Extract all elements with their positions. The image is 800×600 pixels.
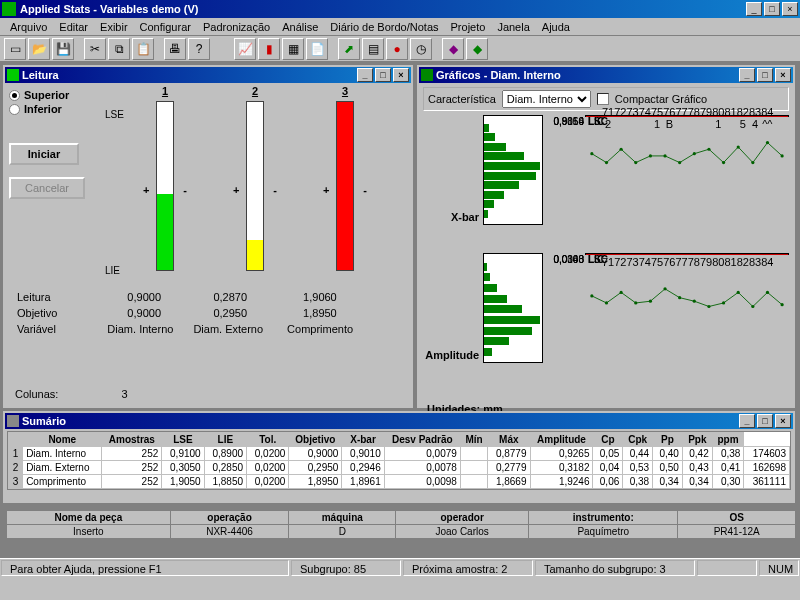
- cut-icon[interactable]: ✂: [84, 38, 106, 60]
- info-value: Inserto: [7, 525, 171, 539]
- menu-exibir[interactable]: Exibir: [94, 21, 134, 33]
- cell: 252: [102, 461, 162, 475]
- tool1-icon[interactable]: ◆: [442, 38, 464, 60]
- minimize-button[interactable]: _: [746, 2, 762, 16]
- paste-icon[interactable]: 📋: [132, 38, 154, 60]
- col-header[interactable]: Desv Padrão: [384, 433, 460, 447]
- svg-point-11: [751, 161, 754, 164]
- svg-point-9: [722, 161, 725, 164]
- graficos-close-button[interactable]: ×: [775, 68, 791, 82]
- cell: 0,3182: [530, 461, 593, 475]
- cell: 0,2950: [289, 461, 342, 475]
- svg-point-0: [590, 152, 593, 155]
- open-icon[interactable]: 📂: [28, 38, 50, 60]
- maximize-button[interactable]: □: [764, 2, 780, 16]
- svg-point-4: [649, 154, 652, 157]
- graficos-title: Gráficos - Diam. Interno: [436, 69, 737, 81]
- cell: 0,44: [623, 447, 653, 461]
- graficos-titlebar[interactable]: Gráficos - Diam. Interno _ □ ×: [419, 67, 793, 83]
- compactar-checkbox[interactable]: [597, 93, 609, 105]
- menu-diario[interactable]: Diário de Bordo/Notas: [324, 21, 444, 33]
- menu-padronizacao[interactable]: Padronização: [197, 21, 276, 33]
- help-icon[interactable]: ?: [188, 38, 210, 60]
- cell: 0,3050: [162, 461, 204, 475]
- save-icon[interactable]: 💾: [52, 38, 74, 60]
- table-row[interactable]: 3Comprimento2521,90501,88500,02001,89501…: [9, 475, 790, 489]
- leitura-max-button[interactable]: □: [375, 68, 391, 82]
- status-subgrupo: Subgrupo: 85: [291, 560, 401, 576]
- graficos-max-button[interactable]: □: [757, 68, 773, 82]
- copy-icon[interactable]: ⧉: [108, 38, 130, 60]
- status-bar: Para obter Ajuda, pressione F1 Subgrupo:…: [0, 558, 800, 577]
- sumario-min-button[interactable]: _: [739, 414, 755, 428]
- table-row[interactable]: 2Diam. Externo2520,30500,28500,02000,295…: [9, 461, 790, 475]
- notes-icon[interactable]: 📄: [306, 38, 328, 60]
- col-header[interactable]: Cpk: [623, 433, 653, 447]
- leitura-min-button[interactable]: _: [357, 68, 373, 82]
- col-header[interactable]: Amplitude: [530, 433, 593, 447]
- histogram: [483, 253, 543, 363]
- tool2-icon[interactable]: ◆: [466, 38, 488, 60]
- grid-icon[interactable]: ▦: [282, 38, 304, 60]
- cell: 0,41: [712, 461, 744, 475]
- col-header[interactable]: Mín: [460, 433, 487, 447]
- col-header[interactable]: Amostras: [102, 433, 162, 447]
- cell: 361111: [744, 475, 790, 489]
- col-header[interactable]: Cp: [593, 433, 623, 447]
- new-icon[interactable]: ▭: [4, 38, 26, 60]
- menu-analise[interactable]: Análise: [276, 21, 324, 33]
- sumario-close-button[interactable]: ×: [775, 414, 791, 428]
- menu-configurar[interactable]: Configurar: [134, 21, 197, 33]
- col-header[interactable]: Ppk: [682, 433, 712, 447]
- col-header[interactable]: Objetivo: [289, 433, 342, 447]
- graficos-min-button[interactable]: _: [739, 68, 755, 82]
- cell: 0,05: [593, 447, 623, 461]
- info-header: Nome da peça: [7, 511, 171, 525]
- iniciar-button[interactable]: Iniciar: [9, 143, 79, 165]
- colunas-label: Colunas:: [15, 388, 58, 400]
- col-header[interactable]: Nome: [23, 433, 102, 447]
- sumario-titlebar[interactable]: Sumário _ □ ×: [5, 413, 793, 429]
- cancelar-button[interactable]: Cancelar: [9, 177, 85, 199]
- col-header[interactable]: Tol.: [247, 433, 289, 447]
- sumario-max-button[interactable]: □: [757, 414, 773, 428]
- col-header[interactable]: LIE: [204, 433, 246, 447]
- chart-bar-icon[interactable]: ▮: [258, 38, 280, 60]
- col-header[interactable]: ppm: [712, 433, 744, 447]
- gauge-bar: + -: [246, 101, 264, 271]
- col-header[interactable]: Pp: [653, 433, 683, 447]
- menu-bar: Arquivo Editar Exibir Configurar Padroni…: [0, 18, 800, 36]
- table-row[interactable]: 1Diam. Interno2520,91000,89000,02000,900…: [9, 447, 790, 461]
- app-title: Applied Stats - Variables demo (V): [20, 3, 744, 15]
- menu-ajuda[interactable]: Ajuda: [536, 21, 576, 33]
- table-icon[interactable]: ▤: [362, 38, 384, 60]
- caracteristica-select[interactable]: Diam. Interno: [502, 90, 591, 108]
- svg-point-5: [663, 154, 666, 157]
- leitura-titlebar[interactable]: Leitura _ □ ×: [5, 67, 411, 83]
- menu-arquivo[interactable]: Arquivo: [4, 21, 53, 33]
- menu-editar[interactable]: Editar: [53, 21, 94, 33]
- info-header: instrumento:: [529, 511, 678, 525]
- close-button[interactable]: ×: [782, 2, 798, 16]
- cell: 1,8961: [342, 475, 384, 489]
- col-header[interactable]: LSE: [162, 433, 204, 447]
- cell: 0,9010: [342, 447, 384, 461]
- svg-point-24: [737, 291, 740, 294]
- col-header[interactable]: X-bar: [342, 433, 384, 447]
- g2-objetivo: 0,2950: [183, 306, 271, 320]
- chart-line-icon[interactable]: 📈: [234, 38, 256, 60]
- col-header[interactable]: Máx: [488, 433, 530, 447]
- print-icon[interactable]: 🖶: [164, 38, 186, 60]
- record-icon[interactable]: ●: [386, 38, 408, 60]
- radio-inferior-label: Inferior: [24, 103, 62, 115]
- cell: 0,8900: [204, 447, 246, 461]
- menu-projeto[interactable]: Projeto: [445, 21, 492, 33]
- svg-point-12: [766, 141, 769, 144]
- menu-janela[interactable]: Janela: [491, 21, 535, 33]
- sumario-grid[interactable]: NomeAmostrasLSELIETol.ObjetivoX-barDesv …: [7, 431, 791, 490]
- clock-icon[interactable]: ◷: [410, 38, 432, 60]
- chart2-icon[interactable]: ⬈: [338, 38, 360, 60]
- col-header[interactable]: [9, 433, 23, 447]
- leitura-close-button[interactable]: ×: [393, 68, 409, 82]
- g3-variavel: Comprimento: [273, 322, 361, 336]
